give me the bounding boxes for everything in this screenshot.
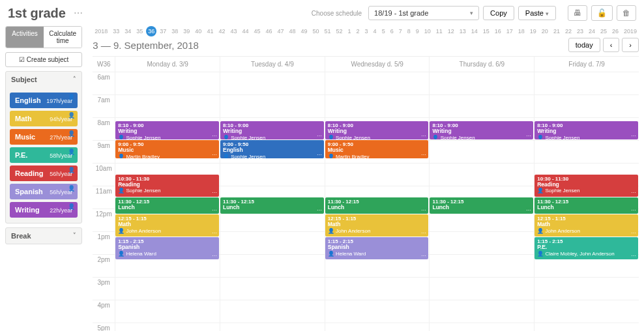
weekstrip-week[interactable]: 24 (587, 27, 597, 36)
weekstrip-week[interactable]: 42 (216, 27, 227, 36)
tab-activities[interactable]: Activities (6, 27, 44, 48)
weekstrip-week[interactable]: 44 (240, 27, 250, 36)
event-more-icon[interactable]: ⋯ (212, 207, 217, 213)
subject-card-math[interactable]: 👤Math94h/year (10, 111, 78, 126)
subject-card-spanish[interactable]: 👤Spanish56h/year (10, 184, 78, 199)
weekstrip-week[interactable]: 33 (111, 27, 121, 36)
weekstrip-week[interactable]: 15 (481, 27, 491, 36)
event-lunch[interactable]: 11:30 - 12:15Lunch⋯ (220, 197, 324, 214)
event-math[interactable]: 12:15 - 1:15Math👤 John Anderson⋯ (325, 214, 429, 237)
event-math[interactable]: 12:15 - 1:15Math👤 John Anderson⋯ (115, 214, 219, 237)
event-writing[interactable]: 8:10 - 9:00Writing👤 Sophie Jensen⋯ (430, 121, 533, 139)
weekstrip-week[interactable]: 25 (598, 27, 609, 36)
event-more-icon[interactable]: ⋯ (212, 253, 217, 259)
event-english[interactable]: 9:00 - 9:50English👤 Sophie Jensen⋯ (220, 140, 324, 158)
weekstrip-week[interactable]: 9 (414, 27, 421, 36)
event-lunch[interactable]: 11:30 - 12:15Lunch⋯ (325, 197, 429, 214)
subject-panel-header[interactable]: Subject ˄ (6, 72, 81, 87)
weekstrip-week[interactable]: 19 (528, 27, 538, 36)
weekstrip-week[interactable]: 18 (516, 27, 527, 36)
weekstrip-week[interactable]: 5 (380, 27, 387, 36)
event-more-icon[interactable]: ⋯ (212, 190, 217, 195)
weekstrip-week[interactable]: 11 (434, 27, 445, 36)
event-p-e-[interactable]: 1:15 - 2:15P.E.👤 Claire Mobley, John And… (534, 237, 638, 259)
weekstrip-week[interactable]: 22 (563, 27, 574, 36)
weekstrip-week[interactable]: 16 (493, 27, 503, 36)
subject-card-english[interactable]: 👤English197h/year (10, 93, 78, 108)
event-more-icon[interactable]: ⋯ (317, 152, 322, 158)
event-more-icon[interactable]: ⋯ (631, 207, 636, 213)
event-writing[interactable]: 8:10 - 9:00Writing👤 Sophie Jensen⋯ (115, 121, 219, 139)
event-lunch[interactable]: 11:30 - 12:15Lunch⋯ (534, 197, 638, 214)
event-writing[interactable]: 8:10 - 9:00Writing👤 Sophie Jensen⋯ (325, 121, 429, 139)
subject-card-music[interactable]: 👤Music27h/year (10, 129, 78, 145)
event-lunch[interactable]: 11:30 - 12:15Lunch⋯ (115, 197, 219, 214)
event-music[interactable]: 9:00 - 9:50Music👤 Martin Bradley⋯ (325, 140, 429, 158)
event-reading[interactable]: 10:30 - 11:30Reading👤 Sophie Jensen⋯ (115, 175, 219, 197)
event-spanish[interactable]: 1:15 - 2:15Spanish👤 Helena Ward⋯ (325, 237, 429, 259)
create-subject-button[interactable]: ☑ Create subject (5, 52, 82, 67)
event-spanish[interactable]: 1:15 - 2:15Spanish👤 Helena Ward⋯ (115, 237, 219, 259)
paste-button[interactable]: Paste ▾ (518, 6, 556, 20)
weekstrip-week[interactable]: 38 (169, 27, 180, 36)
event-more-icon[interactable]: ⋯ (631, 230, 636, 236)
page-more-icon[interactable]: ⋯ (70, 5, 87, 21)
weekstrip-week[interactable]: 45 (252, 27, 262, 36)
event-math[interactable]: 12:15 - 1:15Math👤 John Anderson⋯ (534, 214, 638, 237)
event-more-icon[interactable]: ⋯ (317, 207, 322, 213)
weekstrip-week[interactable]: 39 (181, 27, 192, 36)
weekstrip-week[interactable]: 46 (263, 27, 274, 36)
event-more-icon[interactable]: ⋯ (421, 253, 426, 259)
event-more-icon[interactable]: ⋯ (631, 253, 636, 259)
weekstrip-week[interactable]: 1 (346, 27, 353, 36)
weekstrip-week[interactable]: 40 (193, 27, 203, 36)
subject-card-writing[interactable]: 👤Writing22h/year (10, 202, 78, 218)
event-more-icon[interactable]: ⋯ (421, 133, 426, 139)
event-writing[interactable]: 8:10 - 9:00Writing👤 Sophie Jensen⋯ (534, 121, 638, 139)
event-more-icon[interactable]: ⋯ (631, 190, 636, 195)
event-lunch[interactable]: 11:30 - 12:15Lunch⋯ (430, 197, 533, 214)
weekstrip-week[interactable]: 8 (405, 27, 413, 36)
weekstrip-week[interactable]: 36 (146, 26, 156, 36)
event-more-icon[interactable]: ⋯ (421, 207, 426, 213)
weekstrip-week[interactable]: 7 (397, 27, 404, 36)
event-more-icon[interactable]: ⋯ (526, 207, 531, 213)
weekstrip-week[interactable]: 49 (299, 27, 310, 36)
weekstrip-week[interactable]: 43 (228, 27, 239, 36)
weekstrip-week[interactable]: 41 (205, 27, 215, 36)
event-reading[interactable]: 10:30 - 11:30Reading👤 Sophie Jensen⋯ (534, 175, 638, 197)
weekstrip-week[interactable]: 48 (287, 27, 297, 36)
weekstrip-week[interactable]: 12 (446, 27, 456, 36)
event-more-icon[interactable]: ⋯ (212, 152, 217, 158)
schedule-select[interactable]: 18/19 - 1st grade ▾ (368, 6, 479, 20)
copy-button[interactable]: Copy (483, 6, 514, 20)
weekstrip-week[interactable]: 14 (469, 27, 480, 36)
weekstrip-week[interactable]: 34 (123, 27, 133, 36)
weekstrip-week[interactable]: 51 (323, 27, 333, 36)
weekstrip-week[interactable]: 10 (422, 27, 433, 36)
weekstrip-week[interactable]: 52 (334, 27, 345, 36)
event-writing[interactable]: 8:10 - 9:00Writing👤 Sophie Jensen⋯ (220, 121, 324, 139)
weekstrip-week[interactable]: 35 (134, 27, 145, 36)
weekstrip-week[interactable]: 50 (311, 27, 321, 36)
tab-calculate-time[interactable]: Calculate time (44, 27, 81, 48)
weekstrip-week[interactable]: 13 (458, 27, 468, 36)
event-more-icon[interactable]: ⋯ (631, 133, 636, 139)
subject-card-reading[interactable]: 👤Reading56h/year (10, 166, 78, 181)
event-more-icon[interactable]: ⋯ (212, 230, 217, 236)
today-button[interactable]: today (568, 38, 600, 52)
prev-week-button[interactable]: ‹ (603, 38, 620, 52)
weekstrip-week[interactable]: 37 (158, 27, 168, 36)
weekstrip-week[interactable]: 47 (275, 27, 285, 36)
trash-icon[interactable]: 🗑 (617, 5, 636, 21)
weekstrip-week[interactable]: 4 (372, 27, 379, 36)
subject-card-p-e-[interactable]: 👤P.E.58h/year (10, 147, 78, 163)
weekstrip-week[interactable]: 23 (575, 27, 585, 36)
print-icon[interactable]: 🖶 (568, 5, 587, 21)
event-more-icon[interactable]: ⋯ (526, 133, 531, 139)
event-more-icon[interactable]: ⋯ (317, 133, 322, 139)
weekstrip-week[interactable]: 6 (388, 27, 396, 36)
event-more-icon[interactable]: ⋯ (421, 152, 426, 158)
weekstrip-week[interactable]: 21 (551, 27, 562, 36)
break-panel-header[interactable]: Break ˅ (6, 228, 81, 244)
